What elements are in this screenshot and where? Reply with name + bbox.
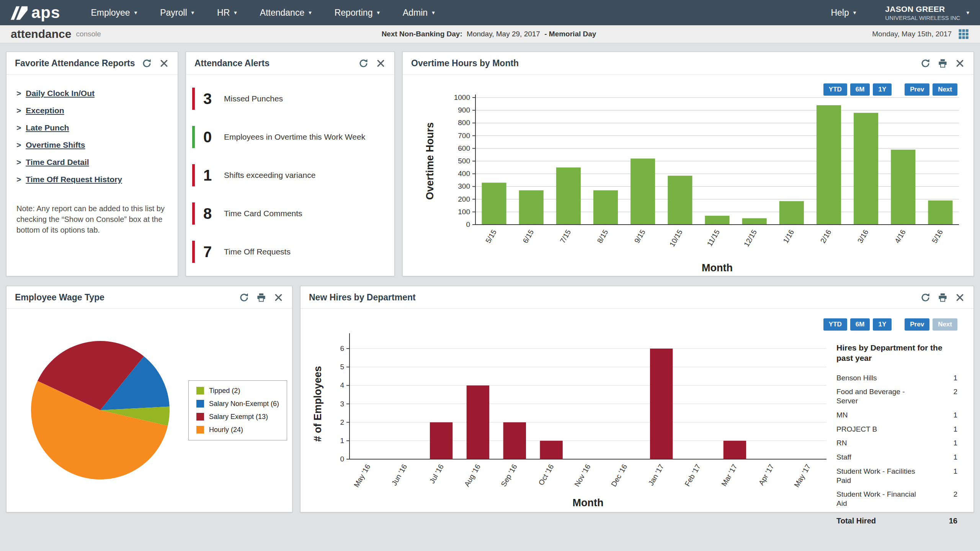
refresh-icon[interactable] (358, 58, 369, 68)
user-block: JASON GREER UNIVERSAL WIRELESS INC (885, 5, 960, 21)
hires-range-buttons: YTD6M1YPrevNext (823, 318, 957, 331)
apps-grid-icon[interactable] (958, 28, 969, 40)
panel-title: Attendance Alerts (194, 58, 270, 68)
svg-text:11/15: 11/15 (706, 228, 721, 248)
alert-status-bar (192, 241, 195, 263)
print-icon[interactable] (938, 292, 948, 303)
alert-item[interactable]: 3Missed Punches (192, 88, 385, 110)
dashboard-content: Favorite Attendance Reports >Daily Clock… (0, 43, 980, 521)
next-button[interactable]: Next (933, 318, 957, 331)
close-icon[interactable] (376, 58, 386, 68)
chevron-down-icon: ▾ (234, 9, 237, 16)
report-link[interactable]: Daily Clock In/Out (26, 88, 95, 98)
department-count: 2 (953, 387, 957, 406)
hires-table-rows: Benson Hills1Food and Beverage - Server2… (836, 373, 957, 508)
new-hires-bar-chart: 0123456May '16Jun '16Jul '16Aug '16Sep '… (301, 309, 836, 512)
favorite-report-item: >Late Punch (16, 123, 168, 133)
chevron-down-icon: ▾ (853, 9, 856, 16)
nav-menu-reporting[interactable]: Reporting▾ (323, 3, 391, 23)
overtime-panel: Overtime Hours by Month YTD6M1YPrevNext … (402, 52, 974, 276)
6m-button[interactable]: 6M (850, 83, 870, 96)
user-menu[interactable]: JASON GREER UNIVERSAL WIRELESS INC ▾ (885, 5, 969, 21)
refresh-icon[interactable] (920, 58, 931, 68)
alert-count: 1 (203, 167, 216, 184)
chevron-down-icon: ▾ (377, 9, 380, 16)
nav-menu-attendance[interactable]: Attendance▾ (248, 3, 323, 23)
nav-menu-admin[interactable]: Admin▾ (391, 3, 446, 23)
svg-text:10/15: 10/15 (668, 228, 684, 248)
legend-item: Tipped (2) (196, 387, 279, 395)
legend-swatch (196, 426, 204, 434)
svg-text:1000: 1000 (454, 93, 470, 101)
print-icon[interactable] (938, 58, 948, 68)
wage-content: Tipped (2)Salary Non-Exempt (6)Salary Ex… (7, 309, 292, 512)
svg-text:6/15: 6/15 (521, 228, 536, 245)
overtime-range-buttons: YTD6M1YPrevNext (823, 83, 957, 96)
logo-text: aps (31, 5, 60, 21)
alert-status-bar (192, 88, 195, 110)
nav-menu-hr[interactable]: HR▾ (206, 3, 248, 23)
panel-header-icons (142, 58, 169, 68)
favorites-note: Note: Any report can be added to this li… (7, 192, 178, 235)
table-row: MN1 (836, 411, 957, 420)
nav-menu-payroll[interactable]: Payroll▾ (149, 3, 206, 23)
close-icon[interactable] (273, 292, 284, 303)
1y-button[interactable]: 1Y (873, 83, 892, 96)
report-link[interactable]: Late Punch (26, 123, 69, 133)
table-row: Benson Hills1 (836, 373, 957, 383)
help-label: Help (831, 8, 849, 18)
svg-text:Feb '17: Feb '17 (683, 463, 702, 488)
svg-text:5/15: 5/15 (484, 228, 498, 245)
report-link[interactable]: Time Card Detail (26, 157, 89, 167)
svg-text:Jul '16: Jul '16 (428, 463, 445, 485)
report-link[interactable]: Overtime Shifts (26, 140, 85, 150)
ytd-button[interactable]: YTD (823, 318, 847, 331)
department-count: 1 (953, 453, 957, 462)
refresh-icon[interactable] (142, 58, 152, 68)
refresh-icon[interactable] (920, 292, 931, 303)
report-link[interactable]: Exception (26, 106, 64, 116)
alert-label: Shifts exceeding variance (224, 171, 315, 180)
svg-text:Aug '16: Aug '16 (463, 463, 482, 488)
nav-menu-employee[interactable]: Employee▾ (79, 3, 149, 23)
legend-swatch (196, 387, 204, 395)
table-row: Student Work - Facilities Paid1 (836, 467, 957, 485)
banner-label: Next Non-Banking Day: (382, 30, 462, 38)
ytd-button[interactable]: YTD (823, 83, 847, 96)
svg-text:Sep '16: Sep '16 (500, 463, 519, 488)
aps-logo-icon (11, 5, 28, 20)
next-button[interactable]: Next (933, 83, 957, 96)
svg-text:Jun '16: Jun '16 (390, 463, 409, 487)
panel-title: Favorite Attendance Reports (15, 58, 135, 68)
favorite-report-item: >Time Off Request History (16, 174, 168, 184)
panel-title: Overtime Hours by Month (411, 58, 519, 68)
svg-text:900: 900 (458, 106, 470, 114)
prev-button[interactable]: Prev (905, 318, 929, 331)
svg-text:Month: Month (702, 262, 733, 274)
alert-item[interactable]: 7Time Off Requests (192, 241, 385, 263)
alert-item[interactable]: 8Time Card Comments (192, 202, 385, 225)
svg-text:2: 2 (340, 418, 344, 426)
help-menu[interactable]: Help ▾ (819, 3, 867, 23)
close-icon[interactable] (955, 292, 965, 303)
1y-button[interactable]: 1Y (873, 318, 892, 331)
alert-count: 0 (203, 129, 216, 146)
favorite-report-item: >Time Card Detail (16, 157, 168, 167)
svg-text:500: 500 (458, 157, 470, 165)
alert-item[interactable]: 1Shifts exceeding variance (192, 164, 385, 186)
wage-type-panel: Employee Wage Type Tipped (2)Salary Non-… (6, 286, 292, 512)
print-icon[interactable] (256, 292, 266, 303)
aps-logo[interactable]: aps (11, 5, 60, 21)
alert-item[interactable]: 0Employees in Overtime this Work Week (192, 126, 385, 148)
user-name: JASON GREER (885, 5, 960, 14)
close-icon[interactable] (955, 58, 965, 68)
prev-button[interactable]: Prev (905, 83, 929, 96)
svg-text:9/15: 9/15 (633, 228, 647, 245)
close-icon[interactable] (159, 58, 169, 68)
6m-button[interactable]: 6M (850, 318, 870, 331)
svg-text:2/16: 2/16 (819, 228, 833, 245)
subheader: attendance console Next Non-Banking Day:… (0, 25, 980, 43)
app-subtitle: console (76, 30, 101, 38)
refresh-icon[interactable] (239, 292, 249, 303)
report-link[interactable]: Time Off Request History (26, 174, 122, 184)
